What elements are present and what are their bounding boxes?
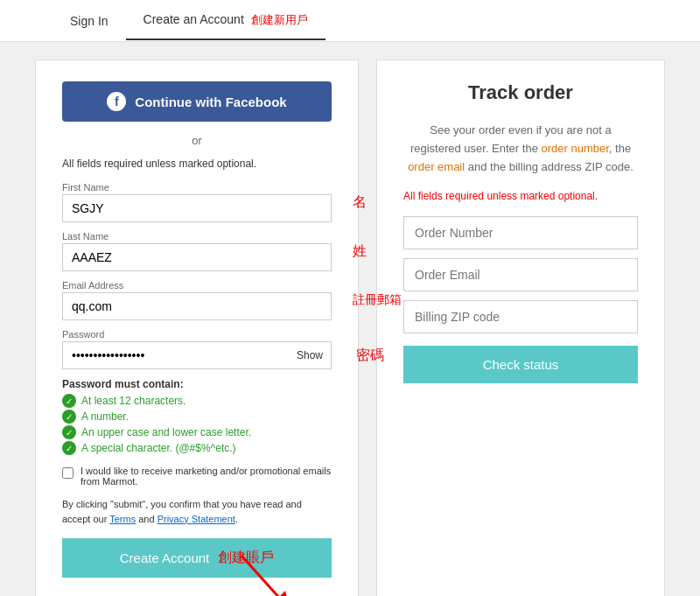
create-account-tab[interactable]: Create an Account 創建新用戶 [126,2,326,40]
or-divider: or [62,134,332,147]
create-tab-label: Create an Account [144,12,244,26]
create-tab-chinese: 創建新用戶 [251,13,308,26]
rule-item-2: ✓ A number. [62,410,332,424]
email-label: Email Address [62,280,332,291]
password-rules-title: Password must contain: [62,378,332,390]
marketing-label: I would like to receive marketing and/or… [80,466,332,487]
first-name-group: First Name 名 [62,182,332,222]
order-number-input[interactable] [403,216,638,249]
email-chinese: 註冊郵箱 [353,292,402,308]
marketing-checkbox-group: I would like to receive marketing and/or… [62,466,332,487]
top-navigation: Sign In Create an Account 創建新用戶 [0,0,700,42]
rule-text-3: An upper case and lower case letter. [81,426,251,438]
password-group: Password Show 密碼 [62,329,332,369]
track-required-note: All fields required unless marked option… [403,190,638,202]
rule-text-1: At least 12 characters. [81,395,186,407]
email-input[interactable] [62,292,332,320]
last-name-group: Last Name 姓 [62,231,332,271]
order-email-input[interactable] [403,258,638,291]
create-account-label: Create Account [120,550,210,565]
facebook-continue-button[interactable]: f Continue with Facebook [62,81,332,122]
first-name-input[interactable] [62,194,332,222]
track-order-description: See your order even if you are not a reg… [403,122,638,176]
rule-check-icon-1: ✓ [62,394,76,408]
last-name-input[interactable] [62,243,332,271]
terms-link[interactable]: Terms [109,514,136,524]
email-group: Email Address 註冊郵箱 [62,280,332,320]
first-name-chinese: 名 [353,193,367,212]
password-label: Password [62,329,332,340]
rule-text-2: A number. [81,410,129,423]
terms-text: By clicking "submit", you confirm that y… [62,497,332,526]
create-account-button[interactable]: Create Account 創建賬戶 [62,538,332,578]
marketing-checkbox[interactable] [62,467,74,479]
rule-check-icon-2: ✓ [62,410,76,424]
fb-button-label: Continue with Facebook [135,95,286,109]
svg-marker-1 [272,591,290,596]
signin-tab[interactable]: Sign In [52,4,126,39]
main-content: f Continue with Facebook or All fields r… [0,42,700,596]
order-number-highlight: order number [541,142,608,155]
create-account-chinese: 創建賬戶 [218,549,274,567]
order-email-highlight: order email [408,160,465,173]
track-order-title: Track order [403,81,638,104]
password-rules: Password must contain: ✓ At least 12 cha… [62,378,332,455]
billing-zip-input[interactable] [403,300,638,333]
last-name-chinese: 姓 [353,242,367,261]
required-note-left: All fields required unless marked option… [62,158,332,170]
create-account-button-wrapper: Create Account 創建賬戶 [62,538,332,578]
first-name-label: First Name [62,182,332,193]
track-order-panel: Track order See your order even if you a… [376,60,665,596]
rule-item-1: ✓ At least 12 characters. [62,394,332,408]
password-wrapper: Show 密碼 [62,341,332,369]
password-input[interactable] [62,341,332,369]
last-name-label: Last Name [62,231,332,242]
show-password-button[interactable]: Show [297,349,323,361]
rule-check-icon-4: ✓ [62,441,76,455]
rule-item-3: ✓ An upper case and lower case letter. [62,425,332,439]
password-chinese: 密碼 [356,347,384,365]
rule-check-icon-3: ✓ [62,425,76,439]
rule-item-4: ✓ A special character. (@#$%^etc.) [62,441,332,455]
check-status-button[interactable]: Check status [403,346,638,383]
facebook-icon: f [107,92,126,111]
privacy-link[interactable]: Privacy Statement [158,514,235,524]
rule-text-4: A special character. (@#$%^etc.) [81,442,236,454]
create-account-panel: f Continue with Facebook or All fields r… [35,60,359,596]
